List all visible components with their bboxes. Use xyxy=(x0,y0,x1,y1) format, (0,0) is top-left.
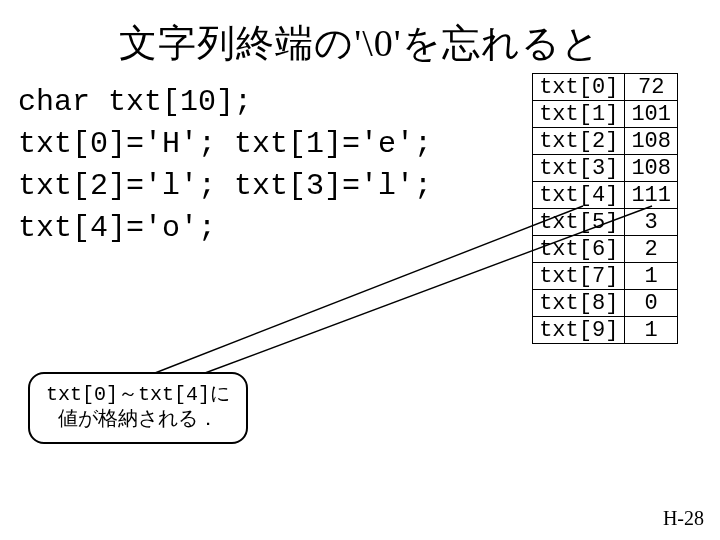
table-row: txt[6]2 xyxy=(533,236,678,263)
table-row: txt[7]1 xyxy=(533,263,678,290)
cell-value: 0 xyxy=(625,290,678,317)
slide-title: 文字列終端の'\0'を忘れると xyxy=(0,0,720,81)
table-row: txt[1]101 xyxy=(533,101,678,128)
cell-label: txt[0] xyxy=(533,74,625,101)
table-row: txt[4]111 xyxy=(533,182,678,209)
cell-label: txt[2] xyxy=(533,128,625,155)
code-line: txt[2]='l'; txt[3]='l'; xyxy=(18,165,458,207)
cell-value: 1 xyxy=(625,317,678,344)
cell-label: txt[6] xyxy=(533,236,625,263)
callout-line: txt[0]～txt[4]に xyxy=(46,382,230,407)
code-block: char txt[10]; txt[0]='H'; txt[1]='e'; tx… xyxy=(18,81,458,249)
code-line: txt[0]='H'; txt[1]='e'; xyxy=(18,123,458,165)
table-row: txt[9]1 xyxy=(533,317,678,344)
cell-value: 111 xyxy=(625,182,678,209)
code-line: txt[4]='o'; xyxy=(18,207,458,249)
content-area: char txt[10]; txt[0]='H'; txt[1]='e'; tx… xyxy=(0,81,720,249)
memory-table: txt[0]72 txt[1]101 txt[2]108 txt[3]108 t… xyxy=(532,73,678,344)
cell-label: txt[8] xyxy=(533,290,625,317)
table-row: txt[3]108 xyxy=(533,155,678,182)
cell-label: txt[9] xyxy=(533,317,625,344)
cell-value: 1 xyxy=(625,263,678,290)
cell-value: 108 xyxy=(625,155,678,182)
callout-line: 値が格納される． xyxy=(46,407,230,432)
cell-value: 3 xyxy=(625,209,678,236)
cell-value: 108 xyxy=(625,128,678,155)
cell-label: txt[5] xyxy=(533,209,625,236)
cell-label: txt[4] xyxy=(533,182,625,209)
cell-value: 72 xyxy=(625,74,678,101)
cell-label: txt[1] xyxy=(533,101,625,128)
table-row: txt[8]0 xyxy=(533,290,678,317)
table-row: txt[5]3 xyxy=(533,209,678,236)
code-line: char txt[10]; xyxy=(18,81,458,123)
cell-label: txt[3] xyxy=(533,155,625,182)
table-row: txt[0]72 xyxy=(533,74,678,101)
table-row: txt[2]108 xyxy=(533,128,678,155)
callout-box: txt[0]～txt[4]に 値が格納される． xyxy=(28,372,248,444)
cell-value: 101 xyxy=(625,101,678,128)
page-number: H-28 xyxy=(663,507,704,530)
cell-value: 2 xyxy=(625,236,678,263)
cell-label: txt[7] xyxy=(533,263,625,290)
